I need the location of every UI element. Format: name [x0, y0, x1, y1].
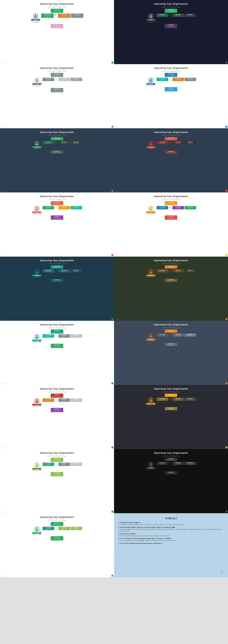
- manager2-col: MANAGER paragraph of text available repo…: [71, 14, 83, 18]
- slide-11: Improving Your Organization Insert Your …: [0, 321, 114, 385]
- slide-9: Improving Your Organization Insert Your …: [0, 256, 114, 321]
- svg-point-7: [150, 207, 152, 208]
- slide-8: Improving Your Organization Insert Your …: [114, 192, 228, 256]
- manager1-box: MANAGER paragraph of text available repo…: [58, 14, 70, 18]
- slide-14: Improving Your Organization Insert Your …: [114, 385, 228, 449]
- slide-3-divider: [54, 70, 60, 70]
- svg-point-13: [150, 398, 152, 400]
- slide-2-title: Improving Your Organization: [154, 2, 188, 5]
- manager-title: MANAGER: [52, 9, 62, 10]
- slide-3: Improving Your Organization Insert Your …: [0, 64, 114, 128]
- coleader-title: CO-LEADER: [42, 14, 53, 15]
- c-icon-2: C: [169, 14, 172, 17]
- s5-label: 5. 이 PPT 디자인의 저작권은 Slide Members(slideme…: [118, 542, 163, 544]
- manager2-box: MANAGER paragraph of text available repo…: [71, 14, 83, 18]
- coleader-box: CO-LEADER paragraph of text available re…: [41, 14, 54, 18]
- mid-row: LEADER There are many available template…: [4, 14, 110, 23]
- slide-2-chart: MANAGER There are many available templat…: [118, 9, 224, 62]
- c-icon: C: [54, 14, 57, 17]
- svg-point-14: [36, 464, 38, 465]
- section-4: 4. 이 PPT 디자인을 구매 / 다운로드한 사람에게만 자원을 사용할 수…: [118, 538, 178, 542]
- slide-3-chart: MANAGER There are many available templat…: [4, 73, 110, 126]
- svg-point-9: [150, 270, 152, 272]
- slide-7: Improving Your Organization Insert Your …: [0, 192, 114, 256]
- svg-point-3: [150, 79, 152, 80]
- svg-point-2: [36, 79, 38, 80]
- svg-point-1: [150, 14, 152, 16]
- manager-box: MANAGER There are many available templat…: [51, 9, 63, 13]
- slide-18: 자작권 공고 1. 이 자원은 Slide Members 전용입니다. 이 서…: [114, 513, 228, 577]
- s4-label: 4. 이 PPT 디자인을 구매 / 다운로드한 사람에게만 자원을 사용할 수…: [118, 538, 178, 540]
- svg-point-8: [36, 270, 38, 272]
- svg-point-16: [36, 528, 38, 529]
- slide-3-title: Improving Your Organization: [40, 67, 74, 69]
- slide-1: Improving Your Organization Insert Your …: [0, 0, 114, 64]
- svg-point-6: [36, 207, 38, 208]
- slide-2-divider: [168, 5, 174, 6]
- svg-point-10: [36, 335, 38, 337]
- slide-15: Improving Your Organization Insert Your …: [0, 449, 114, 513]
- manager-text: There are many available templates parag…: [52, 10, 62, 12]
- leader-text: LEADER: [34, 19, 38, 20]
- slide-16: Improving Your Organization Insert Your …: [114, 449, 228, 513]
- leader-desc: There are many available templates parag…: [31, 21, 40, 23]
- slide-1-title: Improving Your Organization: [40, 2, 74, 5]
- slide-12: Improving Your Organization Insert Your …: [114, 321, 228, 385]
- accent-1: [112, 62, 113, 64]
- svg-point-5: [150, 142, 152, 144]
- svg-point-4: [36, 142, 38, 144]
- svg-point-0: [35, 14, 36, 16]
- s1-body: 이 서식 파일은 개인 및 상업용으로 사용할 수 있습니다. 다음 규칙을 따…: [118, 524, 186, 526]
- svg-point-12: [36, 400, 38, 401]
- manager1-col: MANAGER paragraph of text available repo…: [58, 14, 70, 18]
- page-num-1: Page 1: [2, 62, 4, 64]
- slide-1-subtitle: Insert Your Creative Idea: [48, 6, 66, 8]
- copyright-title: 자작권 공고: [118, 517, 224, 520]
- c-icon-col: C: [54, 14, 57, 17]
- slide-2: Improving Your Organization Insert Your …: [114, 0, 228, 64]
- svg-point-11: [150, 334, 152, 336]
- s3-body: 구매하거나 무료로 다운로드 한 사용자는 개인 용도로 유지할 수 있지만 다…: [118, 535, 171, 537]
- bottom-box: MANAGER There are many available templat…: [51, 24, 63, 28]
- top-manager: MANAGER There are many available templat…: [51, 9, 63, 13]
- avatar-section: LEADER There are many available template…: [31, 14, 40, 23]
- section-1: 1. 이 자원은 Slide Members 전용입니다. 이 서식 파일은 개…: [118, 522, 186, 526]
- slide-grid: Improving Your Organization Insert Your …: [0, 0, 228, 577]
- slide-13: Improving Your Organization Insert Your …: [0, 385, 114, 449]
- slide-10: Improving Your Organization Insert Your …: [114, 256, 228, 321]
- slide-17: Improving Your Organization Insert Your …: [0, 513, 114, 577]
- slide-6: Improving Your Organization Insert Your …: [114, 128, 228, 192]
- c-logo-watermark: C: [220, 568, 224, 574]
- coleader-col: CO-LEADER paragraph of text available re…: [41, 14, 54, 18]
- slide-2-subtitle: Insert Your Creative Idea: [162, 6, 180, 8]
- s2-body: 이 서식 파일은 재사용될 수 없습니다. 여기에는 인터넷에서의 재배포, 재…: [118, 529, 224, 532]
- slide-1-chart: MANAGER There are many available templat…: [4, 9, 110, 62]
- s1-label: 1. 이 자원은 Slide Members 전용입니다.: [118, 522, 186, 524]
- svg-point-15: [150, 463, 152, 464]
- s3-label: 3. 단, 아래의 경우는 제외됩니다.: [118, 533, 171, 535]
- s4-body: 이 서식 파일의 조건에 동의하면 이 서식 파일을 사용할 수 있습니다. 서…: [118, 540, 178, 542]
- bottom-manager: MANAGER There are many available templat…: [51, 24, 63, 28]
- page-num-2: Page 2: [116, 62, 118, 64]
- slide-4: Improving Your Organization Insert Your …: [114, 64, 228, 128]
- slide-5: Improving Your Organization Insert Your …: [0, 128, 114, 192]
- cards-section: CO-LEADER paragraph of text available re…: [41, 14, 83, 18]
- section-3: 3. 단, 아래의 경우는 제외됩니다. 구매하거나 무료로 다운로드 한 사용…: [118, 533, 171, 537]
- slide-1-divider: [54, 5, 60, 6]
- slide-3-subtitle: Insert Your Creative Idea: [48, 70, 66, 72]
- section-5: 5. 이 PPT 디자인의 저작권은 Slide Members(slideme…: [118, 542, 163, 544]
- avatar: [33, 14, 38, 18]
- s2-label: 2. Slide Members에서 제공하는 자원은 다음 사이트에서 재사용…: [118, 526, 224, 528]
- slide-4-title: Improving Your Organization: [154, 67, 188, 69]
- leader-label: LEADER: [31, 19, 40, 21]
- section-2: 2. Slide Members에서 제공하는 자원은 다음 사이트에서 재사용…: [118, 526, 224, 532]
